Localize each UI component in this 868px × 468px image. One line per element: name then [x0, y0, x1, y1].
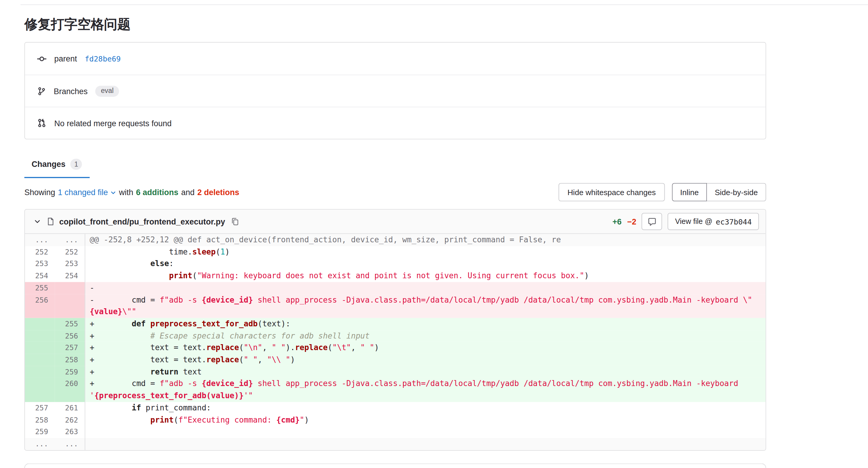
commit-page: 修复打字空格问题 parent fd28be69 Branches eval N…: [0, 0, 868, 468]
file-additions-stat: +6: [612, 217, 622, 226]
new-line-number[interactable]: 262: [55, 414, 85, 426]
new-line-number[interactable]: 261: [55, 402, 85, 414]
new-line-number[interactable]: 263: [55, 426, 85, 438]
file-comment-button[interactable]: [642, 213, 662, 230]
no-merge-requests-text: No related merge requests found: [54, 119, 172, 127]
old-line-number[interactable]: 256: [25, 294, 55, 318]
old-line-number[interactable]: 252: [25, 246, 55, 258]
diff-code-line: if print_command:: [85, 402, 766, 414]
diff-code-line: + text = text.replace(" ", "\\ "): [85, 354, 766, 366]
old-line-number[interactable]: [25, 378, 55, 402]
old-line-number[interactable]: ...: [25, 438, 55, 450]
hide-whitespace-button[interactable]: Hide whitespace changes: [559, 183, 665, 201]
diff-row-match: ......: [25, 438, 766, 450]
additions-count: 6 additions: [136, 188, 179, 197]
inline-view-button[interactable]: Inline: [672, 183, 707, 201]
diff-code-line: else:: [85, 258, 766, 270]
diff-row-add: 259+ return text: [25, 366, 766, 378]
commit-icon: [37, 54, 47, 64]
diff-code-line: + text = text.replace("\n", " ").replace…: [85, 342, 766, 354]
diff-row-add: 257+ text = text.replace("\n", " ").repl…: [25, 342, 766, 354]
comments-section-top: [24, 464, 766, 468]
new-line-number[interactable]: 253: [55, 258, 85, 270]
commit-title: 修复打字空格问题: [24, 15, 131, 33]
diff-row-del: 256- cmd = f"adb -s {device_id} shell ap…: [25, 294, 766, 318]
branch-badge[interactable]: eval: [95, 86, 119, 97]
commit-meta-box: parent fd28be69 Branches eval No related…: [24, 42, 766, 140]
tab-changes[interactable]: Changes 1: [24, 155, 90, 178]
changed-files-dropdown[interactable]: 1 changed file: [58, 188, 116, 197]
diff-row-match: ......@@ -252,8 +252,12 @@ def act_on_de…: [25, 234, 766, 246]
tab-changes-label: Changes: [32, 160, 65, 169]
old-line-number[interactable]: [25, 318, 55, 330]
and-label: and: [181, 188, 194, 197]
diff-row-del: 255-: [25, 282, 766, 294]
collapse-file-chevron-icon[interactable]: [33, 217, 42, 226]
view-mode-toggle: Inline Side-by-side: [672, 183, 766, 201]
file-document-icon: [46, 218, 55, 226]
file-header-actions: +6 −2 View file @ ec37b044: [612, 213, 759, 230]
parent-commit-row: parent fd28be69: [25, 42, 766, 74]
diff-row-ctx: 252252 time.sleep(1): [25, 246, 766, 258]
diff-row-ctx: 254254 print("Warning: keyboard does not…: [25, 270, 766, 282]
deletions-count: 2 deletions: [197, 188, 239, 197]
branches-label: Branches: [54, 87, 88, 95]
old-line-number[interactable]: 258: [25, 414, 55, 426]
diff-code-line: print("Warning: keyboard does not exist …: [85, 270, 766, 282]
diff-row-ctx: 257261 if print_command:: [25, 402, 766, 414]
new-line-number[interactable]: 260: [55, 378, 85, 402]
view-file-button[interactable]: View file @ ec37b044: [668, 213, 759, 230]
with-label: with: [119, 188, 133, 197]
new-line-number[interactable]: ...: [55, 234, 85, 246]
new-line-number[interactable]: 257: [55, 342, 85, 354]
diff-code-line: + return text: [85, 366, 766, 378]
changed-files-label: 1 changed file: [58, 188, 108, 197]
diff-code-line: time.sleep(1): [85, 246, 766, 258]
old-line-number[interactable]: ...: [25, 234, 55, 246]
old-line-number[interactable]: [25, 342, 55, 354]
old-line-number[interactable]: 254: [25, 270, 55, 282]
tab-bar: Changes 1: [24, 155, 90, 178]
diff-file-header: copilot_front_end/pu_frontend_executor.p…: [25, 210, 766, 234]
parent-label: parent: [54, 54, 77, 63]
new-line-number[interactable]: 255: [55, 318, 85, 330]
old-line-number[interactable]: [25, 354, 55, 366]
old-line-number[interactable]: 257: [25, 402, 55, 414]
diff-row-add: 256+ # Escape special characters for adb…: [25, 330, 766, 342]
diff-row-add: 260+ cmd = f"adb -s {device_id} shell ap…: [25, 378, 766, 402]
diff-row-add: 255+ def preprocess_text_for_adb(text):: [25, 318, 766, 330]
chevron-down-icon: [110, 190, 116, 195]
new-line-number[interactable]: ...: [55, 438, 85, 450]
diff-code-line: - cmd = f"adb -s {device_id} shell app_p…: [85, 294, 766, 318]
diff-code-line: + def preprocess_text_for_adb(text):: [85, 318, 766, 330]
side-by-side-view-button[interactable]: Side-by-side: [706, 183, 766, 201]
merge-requests-row: No related merge requests found: [25, 107, 766, 139]
new-line-number[interactable]: 254: [55, 270, 85, 282]
diff-row-ctx: 259263: [25, 426, 766, 438]
old-line-number[interactable]: [25, 330, 55, 342]
diff-row-add: 258+ text = text.replace(" ", "\\ "): [25, 354, 766, 366]
old-line-number[interactable]: 255: [25, 282, 55, 294]
branches-row: Branches eval: [25, 74, 766, 107]
diff-code-line: + cmd = f"adb -s {device_id} shell app_p…: [85, 378, 766, 402]
comment-icon: [648, 217, 657, 226]
new-line-number[interactable]: 258: [55, 354, 85, 366]
file-path-link[interactable]: copilot_front_end/pu_frontend_executor.p…: [59, 217, 225, 226]
diff-code-line: -: [85, 282, 766, 294]
diff-file-container: copilot_front_end/pu_frontend_executor.p…: [24, 209, 766, 450]
parent-sha-link[interactable]: fd28be69: [85, 54, 121, 63]
old-line-number[interactable]: [25, 366, 55, 378]
branch-icon: [37, 87, 46, 95]
new-line-number[interactable]: 252: [55, 246, 85, 258]
diff-code-line: [85, 438, 766, 450]
view-file-label: View file @: [675, 218, 713, 226]
new-line-number[interactable]: [55, 294, 85, 318]
diff-code-line: print(f"Executing command: {cmd}"): [85, 414, 766, 426]
new-line-number[interactable]: 256: [55, 330, 85, 342]
old-line-number[interactable]: 253: [25, 258, 55, 270]
copy-file-path-button[interactable]: [229, 216, 240, 227]
new-line-number[interactable]: [55, 282, 85, 294]
new-line-number[interactable]: 259: [55, 366, 85, 378]
old-line-number[interactable]: 259: [25, 426, 55, 438]
diff-view-controls: Hide whitespace changes Inline Side-by-s…: [559, 183, 766, 201]
